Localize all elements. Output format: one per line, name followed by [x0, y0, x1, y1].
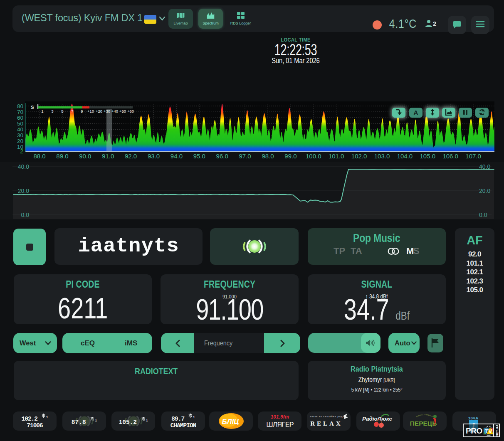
svg-text:легке та спокійне радіо: легке та спокійне радіо — [310, 415, 346, 418]
svg-text:TV: TV — [485, 428, 492, 434]
svg-text:RELAX: RELAX — [310, 420, 343, 427]
svg-text:101.9fm: 101.9fm — [271, 414, 289, 420]
svg-text:20.0: 20.0 — [18, 187, 29, 194]
svg-text:20.0: 20.0 — [479, 187, 490, 194]
svg-text:104.6: 104.6 — [468, 416, 478, 420]
svg-text:ПЕРЕЦЬ: ПЕРЕЦЬ — [410, 420, 437, 427]
svg-text:БЛІЦ: БЛІЦ — [222, 418, 239, 426]
svg-text:ШЛЯГЕР: ШЛЯГЕР — [266, 421, 294, 428]
svg-text:40.0: 40.0 — [18, 163, 29, 170]
svg-text:40.0: 40.0 — [479, 163, 490, 170]
svg-text:0.0: 0.0 — [479, 212, 487, 218]
svg-text:0.0: 0.0 — [21, 212, 30, 218]
